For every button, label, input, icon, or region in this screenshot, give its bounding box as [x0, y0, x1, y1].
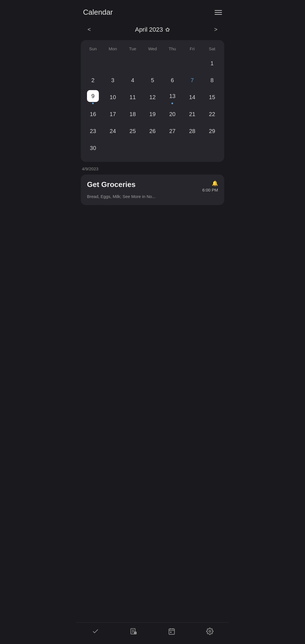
calendar-day[interactable]: 12 [143, 89, 162, 105]
calendar-day[interactable]: 26 [143, 123, 162, 139]
calendar-day-number: 25 [127, 125, 139, 137]
calendar-day[interactable]: 2 [83, 72, 103, 88]
tasks-icon [92, 628, 99, 635]
event-time-block: 🔔 6:00 PM [202, 180, 218, 192]
event-card[interactable]: Get Groceries 🔔 6:00 PM Bread, Eggs, Mil… [81, 175, 224, 205]
day-headers-row: Sun Mon Tue Wed Thu Fri Sat [83, 45, 222, 53]
calendar-day[interactable]: 19 [143, 106, 162, 122]
calendar-day[interactable]: 28 [182, 123, 202, 139]
calendar-day [143, 55, 162, 71]
calendar-day [143, 140, 162, 156]
month-year-label: April 2023 ✿ [95, 26, 210, 33]
calendar-day-number: 29 [206, 125, 218, 137]
calendar-day[interactable]: 7 [182, 72, 202, 88]
calendar-day-number: 8 [206, 74, 218, 86]
calendar-day[interactable]: 9 [83, 89, 103, 105]
calendar-day[interactable]: 24 [103, 123, 123, 139]
calendar-day-number: 23 [87, 125, 99, 137]
calendar-day-number: 14 [186, 91, 198, 103]
calendar-day-number: 22 [206, 108, 218, 120]
day-header-mon: Mon [103, 45, 123, 53]
svg-rect-4 [134, 632, 136, 634]
calendar-day[interactable]: 15 [202, 89, 222, 105]
calendar-day[interactable]: 16 [83, 106, 103, 122]
calendar-day-number: 5 [147, 74, 158, 86]
calendar-day[interactable]: 22 [202, 106, 222, 122]
calendar-day [202, 140, 222, 156]
nav-item-notes[interactable] [125, 626, 142, 636]
nav-item-settings[interactable] [202, 626, 218, 636]
calendar-day-number: 2 [87, 74, 99, 86]
svg-point-10 [209, 630, 211, 632]
bottom-navigation [76, 622, 229, 644]
app-title: Calendar [83, 8, 113, 17]
event-description: Bread, Eggs, Milk; See More in No... [87, 194, 218, 199]
nav-item-tasks[interactable] [87, 626, 104, 636]
calendar-day[interactable]: 11 [123, 89, 143, 105]
calendar-day[interactable]: 13 [162, 89, 182, 105]
calendar-day [162, 140, 182, 156]
calendar-day[interactable]: 29 [202, 123, 222, 139]
calendar-day-number: 9 [87, 90, 99, 102]
calendar-day-number: 27 [166, 125, 178, 137]
next-month-button[interactable]: > [210, 24, 222, 35]
event-card-top: Get Groceries 🔔 6:00 PM [87, 180, 218, 192]
calendar-day [103, 55, 123, 71]
calendar-day-number: 12 [147, 91, 158, 103]
calendar-day[interactable]: 3 [103, 72, 123, 88]
day-header-sun: Sun [83, 45, 103, 53]
menu-icon[interactable] [215, 10, 222, 15]
prev-month-button[interactable]: < [83, 24, 95, 35]
calendar-grid-container: Sun Mon Tue Wed Thu Fri Sat 123456789101… [81, 40, 224, 162]
calendar-day[interactable]: 20 [162, 106, 182, 122]
calendar-day-number: 13 [166, 90, 178, 102]
calendar-day-number: 1 [206, 57, 218, 69]
calendar-day[interactable]: 5 [143, 72, 162, 88]
calendar-day[interactable]: 27 [162, 123, 182, 139]
settings-icon [206, 628, 213, 635]
calendar-day-number: 11 [127, 91, 139, 103]
calendar-day[interactable]: 17 [103, 106, 123, 122]
bell-icon: 🔔 [212, 180, 218, 186]
calendar-day-number: 26 [147, 125, 158, 137]
calendar-day [123, 140, 143, 156]
calendar-day-number: 16 [87, 108, 99, 120]
calendar-day[interactable]: 18 [123, 106, 143, 122]
calendar-day-number: 24 [107, 125, 119, 137]
calendar-icon [168, 628, 175, 635]
calendar-day-number: 3 [107, 74, 119, 86]
calendar-day-number: 4 [127, 74, 139, 86]
calendar-day[interactable]: 10 [103, 89, 123, 105]
flower-icon: ✿ [165, 26, 170, 33]
month-navigation: < April 2023 ✿ > [76, 21, 229, 40]
calendar-day-number: 10 [107, 91, 119, 103]
calendar-grid: 1234567891011121314151617181920212223242… [83, 55, 222, 156]
event-dot [171, 103, 173, 104]
calendar-day [182, 55, 202, 71]
calendar-day-number: 18 [127, 108, 139, 120]
calendar-day-number: 20 [166, 108, 178, 120]
app-header: Calendar [76, 0, 229, 21]
day-header-thu: Thu [162, 45, 182, 53]
calendar-day[interactable]: 23 [83, 123, 103, 139]
calendar-day[interactable]: 6 [162, 72, 182, 88]
calendar-day[interactable]: 25 [123, 123, 143, 139]
calendar-day-number: 30 [87, 142, 99, 154]
calendar-day-number: 15 [206, 91, 218, 103]
day-header-wed: Wed [143, 45, 162, 53]
calendar-day [182, 140, 202, 156]
calendar-day[interactable]: 1 [202, 55, 222, 71]
calendar-day[interactable]: 14 [182, 89, 202, 105]
event-time: 6:00 PM [202, 188, 218, 192]
calendar-day-number: 21 [186, 108, 198, 120]
calendar-day[interactable]: 21 [182, 106, 202, 122]
calendar-day-number: 28 [186, 125, 198, 137]
calendar-day[interactable]: 4 [123, 72, 143, 88]
nav-item-calendar[interactable] [164, 626, 180, 636]
calendar-day[interactable]: 30 [83, 140, 103, 156]
event-title: Get Groceries [87, 180, 136, 189]
svg-rect-9 [170, 632, 171, 633]
calendar-day [103, 140, 123, 156]
calendar-day[interactable]: 8 [202, 72, 222, 88]
notes-icon [130, 628, 137, 635]
